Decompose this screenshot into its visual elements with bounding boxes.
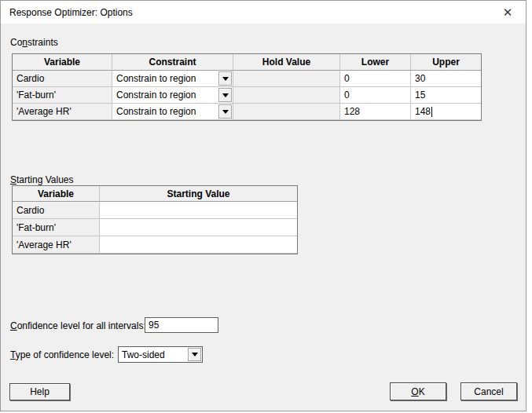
starting-values-table: Variable Starting Value Cardio 'Fat-burn… [12, 185, 298, 254]
starting-values-header-row: Variable Starting Value [13, 186, 297, 202]
variable-cell: 'Average HR' [13, 236, 100, 254]
text-caret [431, 107, 432, 117]
hold-value-cell [233, 87, 340, 104]
confidence-type-label: Type of confidence level: [10, 349, 114, 360]
table-row: 'Average HR' [13, 236, 297, 254]
chevron-down-icon[interactable] [218, 88, 232, 102]
chevron-down-icon[interactable] [218, 71, 232, 86]
starting-value-cell[interactable] [100, 219, 297, 236]
lower-cell[interactable]: 0 [340, 87, 411, 104]
table-row: Cardio [13, 202, 297, 219]
variable-cell: 'Fat-burn' [13, 219, 100, 236]
help-button[interactable]: Help [9, 383, 70, 400]
starting-values-group-label: Starting Values [10, 174, 74, 185]
variable-cell: Cardio [13, 71, 112, 87]
table-row: 'Fat-burn' Constrain to region 0 15 [13, 87, 481, 104]
hold-value-cell [233, 71, 340, 87]
constraint-dropdown[interactable]: Constrain to region [112, 71, 233, 86]
upper-cell[interactable]: 30 [411, 71, 481, 87]
variable-cell: 'Fat-burn' [13, 87, 112, 104]
column-header-variable: Variable [13, 54, 112, 71]
titlebar: Response Optimizer: Options ✕ [1, 1, 526, 24]
constraint-dropdown-value: Constrain to region [112, 73, 196, 84]
chevron-down-icon[interactable] [188, 348, 201, 361]
column-header-hold-value: Hold Value [233, 54, 340, 71]
cancel-button[interactable]: Cancel [460, 382, 517, 400]
constraint-dropdown-value: Constrain to region [112, 106, 196, 117]
constraint-cell: Constrain to region [112, 71, 233, 87]
ok-button[interactable]: OK [390, 382, 446, 400]
confidence-type-dropdown-value: Two-sided [122, 349, 165, 360]
table-row: Cardio Constrain to region 0 30 [13, 71, 481, 87]
constraint-cell: Constrain to region [112, 104, 233, 120]
dialog-title: Response Optimizer: Options [9, 7, 133, 18]
close-icon[interactable]: ✕ [494, 1, 521, 24]
confidence-level-input[interactable] [145, 317, 218, 333]
constraints-header-row: Variable Constraint Hold Value Lower Upp… [13, 54, 481, 71]
hold-value-cell [233, 104, 340, 120]
response-optimizer-options-dialog: Response Optimizer: Options ✕ Constraint… [0, 0, 526, 411]
column-header-starting-value: Starting Value [100, 186, 297, 202]
column-header-constraint: Constraint [112, 54, 233, 71]
column-header-lower: Lower [340, 54, 411, 71]
upper-cell[interactable]: 15 [411, 87, 481, 104]
upper-cell[interactable]: 148 [411, 104, 481, 120]
constraint-dropdown-value: Constrain to region [112, 90, 196, 101]
constraint-dropdown[interactable]: Constrain to region [112, 104, 233, 119]
table-row: 'Average HR' Constrain to region 128 148 [13, 104, 481, 120]
lower-cell[interactable]: 0 [340, 71, 411, 87]
constraint-dropdown[interactable]: Constrain to region [112, 87, 233, 103]
lower-cell[interactable]: 128 [340, 104, 411, 120]
starting-value-cell[interactable] [100, 236, 297, 254]
table-row: 'Fat-burn' [13, 219, 297, 236]
constraint-cell: Constrain to region [112, 87, 233, 104]
variable-cell: 'Average HR' [13, 104, 112, 120]
starting-value-cell[interactable] [100, 202, 297, 219]
constraints-group-label: Constraints [10, 37, 58, 48]
variable-cell: Cardio [13, 202, 100, 219]
confidence-level-label: Confidence level for all intervals: [10, 320, 146, 331]
column-header-upper: Upper [411, 54, 481, 71]
chevron-down-icon[interactable] [218, 104, 232, 119]
column-header-variable: Variable [13, 186, 100, 202]
constraints-table: Variable Constraint Hold Value Lower Upp… [12, 53, 482, 121]
confidence-type-dropdown[interactable]: Two-sided [118, 346, 203, 363]
